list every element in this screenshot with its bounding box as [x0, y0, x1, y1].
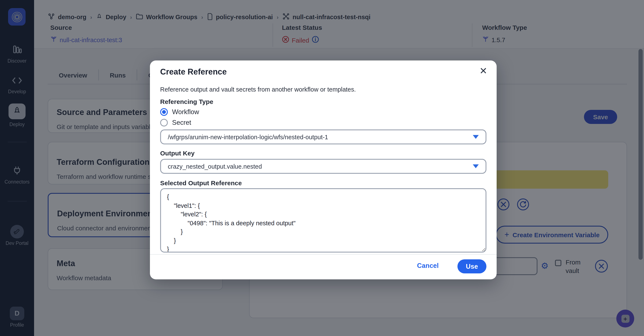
cancel-button[interactable]: Cancel	[417, 262, 439, 270]
selected-output-reference-label: Selected Output Reference	[160, 179, 242, 186]
create-reference-modal: Create Reference ✕ Reference output and …	[150, 60, 497, 279]
modal-subtitle: Reference output and vault secrets from …	[160, 86, 356, 93]
referencing-type-label: Referencing Type	[160, 98, 214, 105]
modal-title: Create Reference	[160, 67, 227, 77]
close-icon[interactable]: ✕	[480, 66, 487, 76]
chevron-down-icon	[473, 164, 479, 168]
screen: Discover Develop Deploy Connectors	[0, 0, 644, 336]
workflow-reference-select[interactable]: /wfgrps/arunim-new-interpolation-logic/w…	[160, 130, 486, 144]
output-key-select[interactable]: crazy_nested_output.value.nested	[160, 159, 486, 174]
radio-secret[interactable]: Secret	[160, 119, 191, 126]
radio-unselected-icon	[160, 119, 168, 126]
radio-workflow[interactable]: Workflow	[160, 108, 199, 116]
output-key-label: Output Key	[160, 150, 195, 157]
radio-selected-icon	[160, 108, 168, 116]
use-button[interactable]: Use	[458, 259, 486, 274]
chevron-down-icon	[473, 135, 479, 139]
modal-footer: Cancel Use	[150, 254, 497, 279]
selected-output-reference-textarea[interactable]: { "level1": { "level2": { "0498": "This …	[160, 188, 486, 252]
